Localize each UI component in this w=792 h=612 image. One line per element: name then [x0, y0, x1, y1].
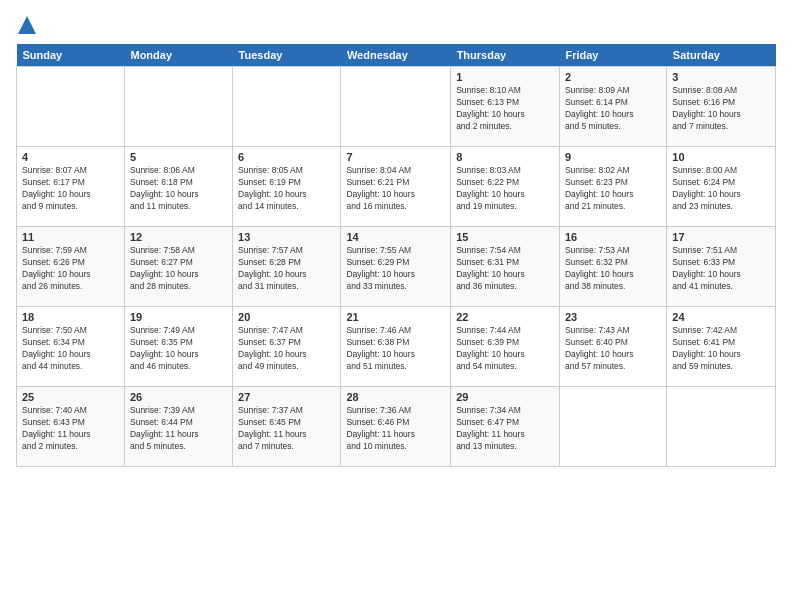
- day-info: Sunrise: 7:47 AM Sunset: 6:37 PM Dayligh…: [238, 325, 335, 373]
- day-number: 18: [22, 311, 119, 323]
- calendar-cell: 6Sunrise: 8:05 AM Sunset: 6:19 PM Daylig…: [233, 147, 341, 227]
- day-info: Sunrise: 7:40 AM Sunset: 6:43 PM Dayligh…: [22, 405, 119, 453]
- calendar-cell: 18Sunrise: 7:50 AM Sunset: 6:34 PM Dayli…: [17, 307, 125, 387]
- day-info: Sunrise: 7:36 AM Sunset: 6:46 PM Dayligh…: [346, 405, 445, 453]
- calendar-header-row: SundayMondayTuesdayWednesdayThursdayFrid…: [17, 44, 776, 67]
- day-number: 6: [238, 151, 335, 163]
- day-info: Sunrise: 8:08 AM Sunset: 6:16 PM Dayligh…: [672, 85, 770, 133]
- calendar-cell: [559, 387, 666, 467]
- page-container: SundayMondayTuesdayWednesdayThursdayFrid…: [0, 0, 792, 475]
- calendar-cell: 7Sunrise: 8:04 AM Sunset: 6:21 PM Daylig…: [341, 147, 451, 227]
- calendar-cell: 13Sunrise: 7:57 AM Sunset: 6:28 PM Dayli…: [233, 227, 341, 307]
- day-info: Sunrise: 7:39 AM Sunset: 6:44 PM Dayligh…: [130, 405, 227, 453]
- day-number: 17: [672, 231, 770, 243]
- day-number: 12: [130, 231, 227, 243]
- calendar-week-row: 18Sunrise: 7:50 AM Sunset: 6:34 PM Dayli…: [17, 307, 776, 387]
- calendar-week-row: 25Sunrise: 7:40 AM Sunset: 6:43 PM Dayli…: [17, 387, 776, 467]
- day-info: Sunrise: 7:54 AM Sunset: 6:31 PM Dayligh…: [456, 245, 554, 293]
- calendar-col-header: Friday: [559, 44, 666, 67]
- day-number: 10: [672, 151, 770, 163]
- day-info: Sunrise: 7:44 AM Sunset: 6:39 PM Dayligh…: [456, 325, 554, 373]
- day-number: 28: [346, 391, 445, 403]
- day-info: Sunrise: 7:46 AM Sunset: 6:38 PM Dayligh…: [346, 325, 445, 373]
- day-info: Sunrise: 8:09 AM Sunset: 6:14 PM Dayligh…: [565, 85, 661, 133]
- calendar-week-row: 11Sunrise: 7:59 AM Sunset: 6:26 PM Dayli…: [17, 227, 776, 307]
- day-info: Sunrise: 8:06 AM Sunset: 6:18 PM Dayligh…: [130, 165, 227, 213]
- calendar-cell: 10Sunrise: 8:00 AM Sunset: 6:24 PM Dayli…: [667, 147, 776, 227]
- day-number: 20: [238, 311, 335, 323]
- calendar-cell: 24Sunrise: 7:42 AM Sunset: 6:41 PM Dayli…: [667, 307, 776, 387]
- day-info: Sunrise: 8:02 AM Sunset: 6:23 PM Dayligh…: [565, 165, 661, 213]
- calendar-cell: 28Sunrise: 7:36 AM Sunset: 6:46 PM Dayli…: [341, 387, 451, 467]
- day-info: Sunrise: 7:43 AM Sunset: 6:40 PM Dayligh…: [565, 325, 661, 373]
- calendar-cell: 5Sunrise: 8:06 AM Sunset: 6:18 PM Daylig…: [124, 147, 232, 227]
- calendar-table: SundayMondayTuesdayWednesdayThursdayFrid…: [16, 44, 776, 467]
- calendar-col-header: Tuesday: [233, 44, 341, 67]
- calendar-cell: 23Sunrise: 7:43 AM Sunset: 6:40 PM Dayli…: [559, 307, 666, 387]
- calendar-cell: 25Sunrise: 7:40 AM Sunset: 6:43 PM Dayli…: [17, 387, 125, 467]
- calendar-col-header: Wednesday: [341, 44, 451, 67]
- day-info: Sunrise: 7:55 AM Sunset: 6:29 PM Dayligh…: [346, 245, 445, 293]
- calendar-cell: [667, 387, 776, 467]
- day-number: 19: [130, 311, 227, 323]
- day-number: 7: [346, 151, 445, 163]
- day-number: 25: [22, 391, 119, 403]
- day-number: 23: [565, 311, 661, 323]
- calendar-cell: 27Sunrise: 7:37 AM Sunset: 6:45 PM Dayli…: [233, 387, 341, 467]
- logo-icon: [18, 16, 36, 34]
- logo: [16, 16, 36, 34]
- day-number: 14: [346, 231, 445, 243]
- day-number: 5: [130, 151, 227, 163]
- day-info: Sunrise: 7:50 AM Sunset: 6:34 PM Dayligh…: [22, 325, 119, 373]
- day-number: 8: [456, 151, 554, 163]
- day-number: 26: [130, 391, 227, 403]
- calendar-cell: 16Sunrise: 7:53 AM Sunset: 6:32 PM Dayli…: [559, 227, 666, 307]
- day-info: Sunrise: 7:51 AM Sunset: 6:33 PM Dayligh…: [672, 245, 770, 293]
- calendar-week-row: 4Sunrise: 8:07 AM Sunset: 6:17 PM Daylig…: [17, 147, 776, 227]
- day-info: Sunrise: 8:10 AM Sunset: 6:13 PM Dayligh…: [456, 85, 554, 133]
- calendar-col-header: Saturday: [667, 44, 776, 67]
- day-number: 29: [456, 391, 554, 403]
- calendar-cell: 3Sunrise: 8:08 AM Sunset: 6:16 PM Daylig…: [667, 67, 776, 147]
- day-info: Sunrise: 8:07 AM Sunset: 6:17 PM Dayligh…: [22, 165, 119, 213]
- day-number: 24: [672, 311, 770, 323]
- calendar-cell: [17, 67, 125, 147]
- calendar-cell: 9Sunrise: 8:02 AM Sunset: 6:23 PM Daylig…: [559, 147, 666, 227]
- day-number: 1: [456, 71, 554, 83]
- calendar-cell: 21Sunrise: 7:46 AM Sunset: 6:38 PM Dayli…: [341, 307, 451, 387]
- day-number: 9: [565, 151, 661, 163]
- day-info: Sunrise: 8:04 AM Sunset: 6:21 PM Dayligh…: [346, 165, 445, 213]
- day-number: 21: [346, 311, 445, 323]
- calendar-col-header: Sunday: [17, 44, 125, 67]
- calendar-cell: 19Sunrise: 7:49 AM Sunset: 6:35 PM Dayli…: [124, 307, 232, 387]
- svg-marker-0: [18, 16, 36, 34]
- day-info: Sunrise: 7:49 AM Sunset: 6:35 PM Dayligh…: [130, 325, 227, 373]
- calendar-cell: 11Sunrise: 7:59 AM Sunset: 6:26 PM Dayli…: [17, 227, 125, 307]
- calendar-cell: 17Sunrise: 7:51 AM Sunset: 6:33 PM Dayli…: [667, 227, 776, 307]
- day-number: 11: [22, 231, 119, 243]
- day-info: Sunrise: 8:00 AM Sunset: 6:24 PM Dayligh…: [672, 165, 770, 213]
- day-number: 4: [22, 151, 119, 163]
- calendar-col-header: Monday: [124, 44, 232, 67]
- day-info: Sunrise: 8:05 AM Sunset: 6:19 PM Dayligh…: [238, 165, 335, 213]
- calendar-cell: 1Sunrise: 8:10 AM Sunset: 6:13 PM Daylig…: [451, 67, 560, 147]
- day-number: 15: [456, 231, 554, 243]
- day-number: 3: [672, 71, 770, 83]
- day-info: Sunrise: 7:59 AM Sunset: 6:26 PM Dayligh…: [22, 245, 119, 293]
- calendar-cell: 22Sunrise: 7:44 AM Sunset: 6:39 PM Dayli…: [451, 307, 560, 387]
- calendar-cell: 20Sunrise: 7:47 AM Sunset: 6:37 PM Dayli…: [233, 307, 341, 387]
- calendar-cell: [341, 67, 451, 147]
- calendar-cell: 4Sunrise: 8:07 AM Sunset: 6:17 PM Daylig…: [17, 147, 125, 227]
- calendar-cell: 2Sunrise: 8:09 AM Sunset: 6:14 PM Daylig…: [559, 67, 666, 147]
- day-info: Sunrise: 7:57 AM Sunset: 6:28 PM Dayligh…: [238, 245, 335, 293]
- day-info: Sunrise: 7:42 AM Sunset: 6:41 PM Dayligh…: [672, 325, 770, 373]
- day-number: 27: [238, 391, 335, 403]
- day-info: Sunrise: 7:53 AM Sunset: 6:32 PM Dayligh…: [565, 245, 661, 293]
- calendar-cell: 26Sunrise: 7:39 AM Sunset: 6:44 PM Dayli…: [124, 387, 232, 467]
- header: [16, 16, 776, 34]
- calendar-cell: 14Sunrise: 7:55 AM Sunset: 6:29 PM Dayli…: [341, 227, 451, 307]
- calendar-cell: 8Sunrise: 8:03 AM Sunset: 6:22 PM Daylig…: [451, 147, 560, 227]
- day-number: 22: [456, 311, 554, 323]
- day-info: Sunrise: 7:37 AM Sunset: 6:45 PM Dayligh…: [238, 405, 335, 453]
- calendar-cell: 29Sunrise: 7:34 AM Sunset: 6:47 PM Dayli…: [451, 387, 560, 467]
